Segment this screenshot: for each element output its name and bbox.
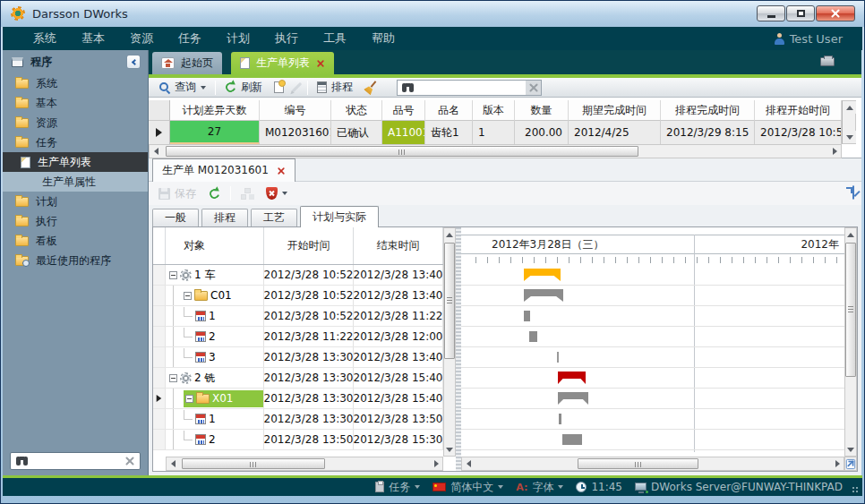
tree-row[interactable]: 1 2012/3/28 13:302012/3/28 13:50 (153, 409, 443, 430)
sidebar-item-system[interactable]: 系统 (3, 73, 148, 93)
col-start-time[interactable]: 开始时间 (264, 227, 354, 264)
selected-node[interactable]: X01 (184, 390, 263, 407)
tree-row[interactable]: C01 2012/3/28 10:522012/3/28 13:40 (153, 286, 443, 306)
new-button[interactable] (271, 81, 287, 94)
scroll-down-arrow[interactable] (444, 443, 455, 456)
close-tab-icon[interactable] (278, 167, 285, 175)
tree-row[interactable]: 1 2012/3/28 10:522012/3/28 11:22 (153, 306, 443, 327)
scroll-left-arrow[interactable] (462, 457, 475, 470)
menu-plan[interactable]: 计划 (214, 30, 262, 47)
tree-vscrollbar[interactable] (443, 227, 456, 457)
subtab-general[interactable]: 一般 (152, 209, 199, 226)
gantt-bar[interactable] (529, 331, 537, 342)
detail-tab[interactable]: 生产单 M012031601 (152, 158, 295, 182)
scroll-thumb[interactable] (845, 243, 856, 377)
refresh-button[interactable]: 刷新 (222, 79, 265, 96)
sidebar-item-recent[interactable]: 最近使用的程序 (3, 251, 148, 270)
sidebar-item-order-list[interactable]: 生产单列表 (3, 152, 148, 172)
menu-help[interactable]: 帮助 (359, 30, 407, 47)
status-language[interactable]: 简体中文 (429, 480, 507, 495)
menu-system[interactable]: 系统 (21, 30, 69, 47)
scroll-right-arrow[interactable] (430, 457, 442, 470)
tree-row[interactable]: 1 车 2012/3/28 10:522012/3/28 13:40 (153, 265, 443, 286)
collapse-icon[interactable] (184, 292, 192, 300)
col-qty[interactable]: 数量 (515, 100, 569, 121)
popout-button[interactable] (852, 186, 854, 199)
collapse-icon[interactable] (169, 374, 177, 382)
gantt-vscrollbar[interactable] (844, 227, 857, 457)
scroll-up-arrow[interactable] (843, 101, 856, 114)
scroll-up-arrow[interactable] (845, 228, 856, 241)
gantt-row[interactable] (461, 389, 844, 409)
menu-resource[interactable]: 资源 (117, 30, 166, 47)
tree-row[interactable]: 3 2012/3/28 13:302012/3/28 13:40 (153, 347, 443, 368)
grid-vscrollbar[interactable] (842, 100, 856, 144)
col-expected-finish[interactable]: 期望完成时间 (569, 100, 661, 121)
relations-button[interactable] (238, 187, 256, 201)
subtab-process[interactable]: 工艺 (251, 209, 297, 226)
col-diff-days[interactable]: 计划差异天数 (170, 100, 260, 121)
col-object[interactable]: 对象 (166, 227, 264, 264)
tree-row[interactable]: 2 2012/3/28 11:222012/3/28 12:00 (153, 327, 443, 347)
sidebar-collapse-button[interactable] (126, 55, 141, 69)
minimize-button[interactable] (757, 5, 785, 21)
schedule-button[interactable]: 排程 (314, 79, 355, 96)
gantt-row[interactable] (461, 306, 844, 327)
sidebar-item-execute[interactable]: 执行 (3, 211, 148, 231)
gantt-bar[interactable] (559, 414, 561, 424)
gantt-hscrollbar[interactable] (461, 457, 844, 471)
status-font[interactable]: A: 字体 (512, 480, 567, 495)
scroll-down-arrow[interactable] (843, 131, 856, 143)
scroll-thumb[interactable] (444, 243, 455, 359)
subtab-schedule[interactable]: 排程 (201, 209, 248, 226)
scroll-up-arrow[interactable] (444, 228, 455, 241)
col-status[interactable]: 状态 (331, 100, 382, 121)
gantt-row[interactable] (461, 368, 844, 389)
close-tab-icon[interactable] (317, 60, 324, 67)
sidebar-item-order-props[interactable]: 生产单属性 (3, 172, 148, 192)
gantt-row[interactable] (461, 347, 844, 368)
printer-icon[interactable] (820, 57, 835, 66)
menu-tools[interactable]: 工具 (311, 30, 359, 47)
col-sched-finish[interactable]: 排程完成时间 (661, 100, 755, 121)
col-version[interactable]: 版本 (473, 100, 515, 121)
col-item-name[interactable]: 品名 (425, 100, 473, 121)
query-button[interactable]: 查询 (156, 79, 209, 96)
close-button[interactable] (816, 5, 855, 21)
scroll-thumb[interactable] (166, 146, 638, 157)
status-task[interactable]: 任务 (372, 480, 424, 495)
gantt-bar[interactable] (557, 352, 559, 363)
menu-execute[interactable]: 执行 (262, 30, 311, 47)
scroll-thumb[interactable] (578, 458, 698, 469)
collapse-icon[interactable] (185, 395, 193, 403)
col-end-time[interactable]: 结束时间 (354, 227, 443, 264)
tree-row[interactable]: 2 2012/3/28 13:502012/3/28 15:30 (153, 430, 443, 450)
gantt-popout-button[interactable] (844, 457, 857, 471)
tree-row[interactable]: 2 铣 2012/3/28 13:302012/3/28 15:40 (153, 368, 443, 389)
grid-hscrollbar[interactable] (149, 144, 842, 158)
sidebar-item-basic[interactable]: 基本 (3, 93, 148, 113)
gantt-bar[interactable] (524, 311, 530, 321)
scroll-left-arrow[interactable] (150, 145, 162, 158)
menu-basic[interactable]: 基本 (69, 30, 117, 47)
save-button[interactable]: 保存 (156, 185, 199, 202)
resize-grip[interactable] (852, 486, 859, 493)
col-item-no[interactable]: 品号 (382, 100, 425, 121)
tab-home[interactable]: 起始页 (152, 52, 222, 74)
gantt-bar[interactable] (558, 392, 588, 405)
gantt-row[interactable] (461, 430, 844, 450)
sidebar-item-board[interactable]: 看板 (3, 231, 148, 251)
subtab-plan-vs-actual[interactable]: 计划与实际 (300, 206, 379, 227)
gantt-bar[interactable] (524, 289, 563, 302)
scroll-left-arrow[interactable] (167, 457, 179, 470)
collapse-icon[interactable] (169, 271, 177, 279)
clear-search-button[interactable] (526, 81, 541, 95)
gantt-bar[interactable] (562, 434, 582, 445)
current-user[interactable]: Test User (775, 32, 843, 46)
edit-button[interactable] (293, 81, 301, 94)
sidebar-item-plan[interactable]: 计划 (3, 192, 148, 211)
clear-search-icon[interactable] (125, 457, 134, 466)
tree-row-selected[interactable]: X01 2012/3/28 13:302012/3/28 15:40 (153, 389, 443, 409)
sidebar-search-input[interactable] (33, 455, 120, 467)
cancel-schedule-button[interactable] (263, 186, 290, 201)
